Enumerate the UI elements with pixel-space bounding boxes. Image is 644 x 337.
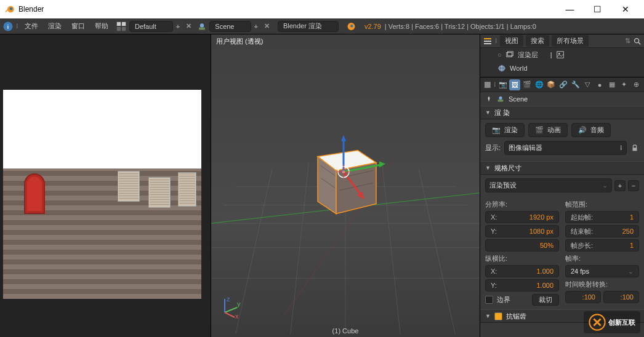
info-orb-icon[interactable]: i bbox=[2, 21, 14, 32]
svg-line-49 bbox=[638, 42, 641, 44]
minimize-button[interactable]: — bbox=[556, 0, 584, 18]
outliner-item-renderlayers[interactable]: ○ 渲染层 | bbox=[480, 48, 644, 61]
tab-modifiers-icon[interactable]: 🔧 bbox=[570, 79, 581, 90]
preset-add[interactable]: + bbox=[614, 180, 626, 191]
shutter-3 bbox=[178, 172, 196, 207]
outliner-tab-search[interactable]: 搜索 bbox=[526, 35, 549, 47]
scene-icon bbox=[197, 22, 207, 31]
svg-marker-30 bbox=[341, 135, 346, 141]
aspect-label: 纵横比: bbox=[485, 254, 559, 263]
search-icon[interactable] bbox=[633, 37, 642, 46]
breadcrumb: Scene bbox=[480, 92, 644, 106]
render-engine-dropdown[interactable]: Blender 渲染 bbox=[278, 21, 339, 32]
blender-small-icon bbox=[345, 21, 356, 32]
framerange-label: 帧范围: bbox=[565, 200, 639, 209]
crop-button[interactable]: 裁切 bbox=[532, 294, 559, 306]
svg-text:z: z bbox=[227, 295, 230, 303]
display-combo[interactable]: 图像编辑器⁞ bbox=[504, 141, 627, 155]
res-y-field[interactable]: Y:1080 px bbox=[485, 225, 559, 237]
object-name-label: (1) Cube bbox=[332, 327, 359, 335]
tab-physics-icon[interactable]: ⊕ bbox=[630, 79, 642, 90]
layout-icon[interactable] bbox=[116, 21, 127, 32]
tab-render-icon[interactable]: 📷 bbox=[497, 79, 509, 90]
svg-rect-6 bbox=[117, 26, 121, 30]
svg-rect-9 bbox=[199, 27, 205, 30]
menu-arrow-icon[interactable]: ⁞ bbox=[16, 22, 18, 30]
menu-window[interactable]: 窗口 bbox=[66, 20, 90, 33]
tab-data-icon[interactable]: ▽ bbox=[582, 79, 594, 90]
remap-old-field[interactable]: :100 bbox=[565, 291, 601, 303]
tab-world-icon[interactable]: 🌐 bbox=[534, 79, 545, 90]
titlebar: Blender — ☐ ✕ bbox=[0, 0, 644, 18]
panel-render-header[interactable]: ▼渲 染 bbox=[480, 106, 644, 119]
aa-checkbox[interactable] bbox=[494, 312, 502, 320]
shutter-1 bbox=[118, 171, 140, 202]
aspect-y-field[interactable]: Y:1.000 bbox=[485, 279, 559, 291]
tab-constraints-icon[interactable]: 🔗 bbox=[558, 79, 569, 90]
window-title: Blender bbox=[18, 5, 556, 14]
blender-logo-icon bbox=[5, 4, 15, 14]
svg-point-53 bbox=[558, 53, 560, 55]
audio-button[interactable]: 🔊音频 bbox=[571, 123, 611, 137]
tab-material-icon[interactable]: ● bbox=[594, 79, 605, 90]
start-frame-field[interactable]: 起始帧:1 bbox=[565, 211, 639, 223]
renderlayers-icon bbox=[505, 50, 514, 59]
tab-renderlayers-icon[interactable]: 🖼 bbox=[509, 79, 520, 90]
lock-icon[interactable] bbox=[630, 144, 639, 153]
fps-combo[interactable]: 24 fps⌄ bbox=[565, 265, 639, 277]
outliner-icon[interactable] bbox=[483, 36, 493, 46]
panel-dims-header[interactable]: ▼规格尺寸 bbox=[480, 161, 644, 175]
layout-dropdown[interactable]: Default bbox=[129, 21, 173, 32]
svg-point-48 bbox=[635, 38, 639, 42]
menu-file[interactable]: 文件 bbox=[20, 20, 43, 33]
svg-rect-7 bbox=[122, 26, 126, 30]
property-tabs: ⁞ 📷 🖼 🎬 🌐 📦 🔗 🔧 ▽ ● ▦ ✦ ⊕ bbox=[480, 77, 644, 92]
menu-render[interactable]: 渲染 bbox=[43, 20, 66, 33]
tab-particles-icon[interactable]: ✦ bbox=[619, 79, 630, 90]
props-icon[interactable] bbox=[483, 80, 493, 90]
breadcrumb-scene[interactable]: Scene bbox=[509, 95, 528, 103]
svg-marker-32 bbox=[379, 162, 385, 168]
border-checkbox[interactable] bbox=[485, 296, 493, 304]
tab-texture-icon[interactable]: ▦ bbox=[606, 79, 618, 90]
scene-add[interactable]: + bbox=[251, 22, 261, 31]
aspect-x-field[interactable]: X:1.000 bbox=[485, 265, 559, 277]
scene-small-icon bbox=[496, 95, 505, 103]
res-pct-field[interactable]: 50% bbox=[485, 239, 559, 252]
pin-icon[interactable] bbox=[485, 95, 493, 103]
cube-object[interactable] bbox=[305, 135, 385, 228]
texture-preview bbox=[3, 90, 201, 299]
shutter-2 bbox=[148, 177, 171, 208]
svg-rect-5 bbox=[122, 22, 126, 25]
tab-object-icon[interactable]: 📦 bbox=[545, 79, 557, 90]
properties-area: ⁞ 视图 搜索 所有场景 ⇅ ○ 渲染层 | World ⁞ bbox=[480, 34, 644, 337]
res-x-field[interactable]: X:1920 px bbox=[485, 211, 559, 223]
close-button[interactable]: ✕ bbox=[611, 0, 639, 18]
maximize-button[interactable]: ☐ bbox=[584, 0, 611, 18]
svg-point-1 bbox=[10, 7, 13, 10]
menu-help[interactable]: 帮助 bbox=[90, 20, 113, 33]
layout-remove[interactable]: ✕ bbox=[183, 21, 195, 31]
preset-remove[interactable]: − bbox=[628, 180, 639, 191]
render-button[interactable]: 📷渲染 bbox=[485, 123, 525, 137]
remap-new-field[interactable]: :100 bbox=[603, 291, 639, 303]
end-frame-field[interactable]: 结束帧:250 bbox=[565, 225, 639, 237]
outliner-item-world[interactable]: World bbox=[480, 61, 644, 75]
scene-dropdown[interactable]: Scene bbox=[209, 21, 251, 32]
tab-scene-icon[interactable]: 🎬 bbox=[521, 79, 533, 90]
stats-label: | Verts:8 | Faces:6 | Tris:12 | Objects:… bbox=[385, 23, 536, 30]
scene-remove[interactable]: ✕ bbox=[261, 21, 273, 31]
image-icon[interactable] bbox=[556, 50, 565, 59]
3d-viewport[interactable]: 用户视图 (透视) z y bbox=[211, 34, 480, 337]
layout-add[interactable]: + bbox=[173, 22, 183, 31]
animation-button[interactable]: 🎬动画 bbox=[528, 123, 568, 137]
frame-step-field[interactable]: 帧步长:1 bbox=[565, 239, 639, 252]
image-editor-area[interactable] bbox=[0, 34, 211, 337]
svg-rect-60 bbox=[633, 148, 637, 151]
outliner-tab-view[interactable]: 视图 bbox=[500, 35, 523, 47]
render-preset-combo[interactable]: 渲染预设⌄ bbox=[485, 178, 612, 192]
outliner-tab-all[interactable]: 所有场景 bbox=[552, 35, 589, 47]
resolution-label: 分辨率: bbox=[485, 200, 559, 209]
svg-point-8 bbox=[200, 23, 204, 27]
svg-rect-46 bbox=[484, 41, 491, 42]
